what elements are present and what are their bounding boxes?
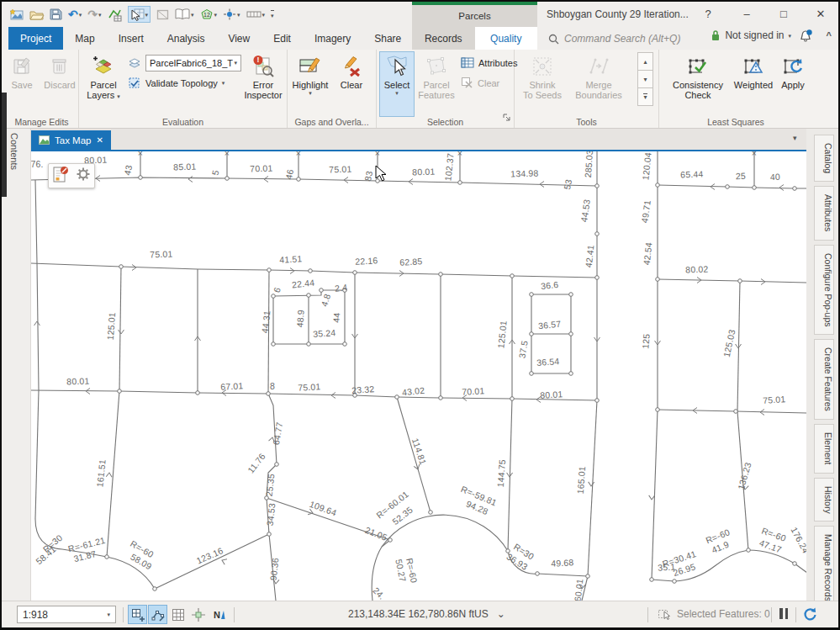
tab-insert[interactable]: Insert xyxy=(107,27,156,50)
tab-imagery[interactable]: Imagery xyxy=(303,27,362,50)
refresh-view-button[interactable] xyxy=(801,606,818,625)
attributes-button[interactable]: Attributes xyxy=(461,54,517,71)
attributes-table-icon xyxy=(461,56,474,69)
parcel-fabric-combo[interactable]: ParcelFabric6_18_T▾ xyxy=(128,54,241,71)
tab-view[interactable]: View xyxy=(216,27,262,50)
traverse-tool-icon[interactable] xyxy=(108,6,122,23)
parcel-vertex xyxy=(272,294,276,299)
chevron-down-icon: ▾ xyxy=(222,80,225,86)
coordinates-display[interactable]: 213,148.34E 162,780.86N ftUS ⌄ xyxy=(348,608,505,620)
error-inspector-icon: ! xyxy=(251,53,275,80)
parcel-vertex xyxy=(343,342,347,347)
right-tab-configure-pop-ups[interactable]: Configure Pop-ups xyxy=(814,245,834,336)
clip-tool-icon[interactable] xyxy=(156,6,169,23)
tab-records[interactable]: Records xyxy=(412,27,475,50)
view-tab-tax-map[interactable]: Tax Map ✕ xyxy=(31,130,111,150)
gallery-more-button[interactable]: ▾ xyxy=(637,87,653,106)
parcel-vertex xyxy=(307,342,311,347)
edit-grid-toggle[interactable] xyxy=(128,605,147,624)
tab-map[interactable]: Map xyxy=(63,27,106,50)
parcel-vertex xyxy=(530,293,534,297)
right-tab-history[interactable]: History xyxy=(814,478,834,522)
parcel-vertex xyxy=(353,271,357,275)
gallery-scroll-down-button[interactable]: ▾ xyxy=(637,70,653,88)
parcel-vertex xyxy=(747,548,751,553)
select-button[interactable]: Select ▾ xyxy=(380,52,414,116)
dimension-label: × xyxy=(375,151,380,158)
dimension-label: × xyxy=(752,151,757,158)
tab-quality[interactable]: Quality xyxy=(475,27,538,50)
mouse-cursor xyxy=(375,165,388,183)
dimension-label: 70.01 xyxy=(250,163,273,174)
right-tab-attributes[interactable]: Attributes xyxy=(814,186,834,240)
undo-button[interactable]: ↶▾ xyxy=(68,6,82,23)
pane-edge xyxy=(2,93,7,197)
select-tool-button[interactable]: ▾ xyxy=(128,6,151,23)
group-manage-edits: Save Discard Manage Edits xyxy=(5,50,79,128)
map-canvas[interactable]: 76.80.014385.01570.014675.018380.01102.3… xyxy=(31,151,806,601)
gallery-scroll-up-button[interactable]: ▴ xyxy=(637,52,653,71)
close-view-icon[interactable]: ✕ xyxy=(96,135,103,145)
active-record-button[interactable] xyxy=(52,165,69,187)
contextual-group-label: Parcels xyxy=(458,11,490,21)
parcel-line xyxy=(652,580,674,581)
maximize-button[interactable]: □ xyxy=(772,2,795,25)
right-tab-catalog[interactable]: Catalog xyxy=(814,135,834,182)
redo-button[interactable]: ↷▾ xyxy=(87,6,101,23)
tab-project[interactable]: Project xyxy=(8,27,63,50)
map-series-icon[interactable]: ▾ xyxy=(175,6,194,23)
parcel-line xyxy=(537,574,588,576)
validate-topology-button[interactable]: Validate Topology ▾ xyxy=(128,74,225,92)
command-search-input[interactable] xyxy=(564,33,705,45)
sign-in-status[interactable]: Not signed in ▾ xyxy=(711,29,791,41)
dimension-label: 120.04 xyxy=(640,151,652,180)
measure-polygon-icon[interactable]: 12▾ xyxy=(200,6,218,23)
apply-adjustment-button[interactable]: Apply xyxy=(777,52,809,116)
grid-toggle[interactable] xyxy=(168,605,188,624)
snapping-toggle[interactable] xyxy=(188,605,208,624)
map-scale-select[interactable]: 1:918▾ xyxy=(17,606,116,623)
left-dock-strip: Contents xyxy=(2,129,31,601)
parcel-vertex xyxy=(734,410,738,414)
chevron-down-icon: ▾ xyxy=(237,12,240,18)
right-dock-strip: CatalogAttributesConfigure Pop-upsCreate… xyxy=(806,129,840,601)
direction-arrow-icon xyxy=(34,321,40,326)
north-arrow-button[interactable]: N xyxy=(209,605,228,624)
highlight-button[interactable]: Highlight ▾ xyxy=(289,52,331,116)
right-tab-element[interactable]: Element xyxy=(814,424,834,474)
parcel-line xyxy=(748,550,795,564)
error-inspector-button[interactable]: ! Error Inspector xyxy=(242,52,284,116)
parcel-vertex xyxy=(439,273,443,277)
clear-highlight-button[interactable]: Clear xyxy=(333,52,370,116)
left-tab-contents[interactable]: Contents xyxy=(9,133,19,170)
edit-vertices-toggle[interactable] xyxy=(148,605,167,624)
tab-share[interactable]: Share xyxy=(362,27,413,50)
parcel-layers-button[interactable]: Parcel Layers ▾ xyxy=(82,52,124,116)
consistency-check-button[interactable]: Consistency Check xyxy=(666,52,730,116)
right-tab-manage-records[interactable]: Manage Records xyxy=(814,526,834,601)
pause-drawing-button[interactable] xyxy=(779,608,788,619)
close-button[interactable]: ✕ xyxy=(809,2,832,25)
minimize-button[interactable]: – xyxy=(735,2,758,25)
view-tab-overflow-button[interactable]: ▾ xyxy=(793,134,797,142)
weighted-button[interactable]: Weighted xyxy=(730,52,777,116)
command-search[interactable] xyxy=(548,29,712,48)
options-gear-button[interactable] xyxy=(76,167,91,185)
dimension-label: 75.01 xyxy=(763,394,786,405)
tab-analysis[interactable]: Analysis xyxy=(156,27,217,50)
recenter-tool-icon[interactable]: ▾ xyxy=(223,6,240,23)
parcel-line xyxy=(652,410,658,580)
dimension-label: 42.54 xyxy=(642,241,654,265)
qat-customize-icon[interactable]: ▾ xyxy=(271,6,274,23)
open-project-icon[interactable] xyxy=(29,6,44,23)
map-view[interactable]: 76.80.014385.01570.014675.018380.01102.3… xyxy=(31,151,806,601)
save-project-icon[interactable] xyxy=(50,6,62,23)
notifications-button[interactable] xyxy=(798,29,813,46)
right-tab-create-features[interactable]: Create Features xyxy=(814,339,834,420)
help-button[interactable]: ? xyxy=(696,2,720,25)
collapse-ribbon-button[interactable]: ^ xyxy=(827,30,832,40)
tab-edit[interactable]: Edit xyxy=(262,27,303,50)
save-icon xyxy=(11,53,33,80)
scale-bar-icon[interactable]: ▾ xyxy=(246,6,266,23)
new-map-icon[interactable] xyxy=(10,6,24,23)
